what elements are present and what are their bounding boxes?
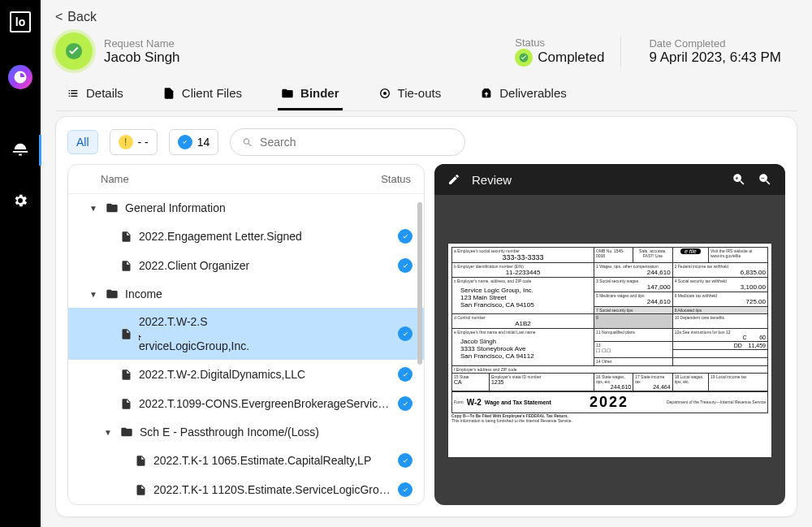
w2-employee-name: Jacob Singh: [460, 338, 585, 345]
tree-file[interactable]: 2022.T.K-1 1120S.Estimate.ServiceLogicGr…: [68, 475, 424, 504]
w2-ein: 11-2233445: [454, 269, 592, 276]
date-completed-label: Date Completed: [649, 37, 781, 50]
filter-all[interactable]: All: [67, 130, 98, 154]
tab-details[interactable]: Details: [63, 78, 127, 110]
review-label[interactable]: Review: [472, 173, 512, 187]
app-logo[interactable]: lo: [10, 11, 31, 32]
search-box[interactable]: [230, 128, 465, 156]
w2-employer-name: Service Logic Group, Inc.: [460, 287, 585, 294]
node-label: 2022.Engagement Letter.Signed: [139, 230, 391, 243]
tree-header: Name Status: [68, 165, 424, 194]
preview-panel: Review a Employee's social security numb…: [434, 164, 785, 505]
tab-binder[interactable]: Binder: [278, 78, 343, 110]
chevron-down-icon: ▼: [89, 204, 99, 213]
tree-file[interactable]: 2022.T.W-2.DigitalDynamics,LLC: [68, 360, 424, 389]
tab-bar: Details Client Files Binder Tie-outs Del…: [55, 78, 797, 111]
status-value: Completed: [538, 50, 604, 66]
svg-point-3: [383, 92, 387, 95]
scrollbar[interactable]: [417, 202, 422, 365]
zoom-out-icon[interactable]: [758, 172, 772, 187]
pencil-icon[interactable]: [447, 173, 460, 186]
node-label: Income: [125, 287, 412, 300]
tree-folder[interactable]: ▼General Information: [68, 194, 424, 222]
request-name-value: Jacob Singh: [104, 50, 471, 66]
tab-tie-outs[interactable]: Tie-outs: [375, 78, 445, 110]
status-done-icon: [398, 229, 412, 244]
filter-done[interactable]: 14: [169, 129, 219, 155]
status-done-icon: [398, 258, 412, 273]
tree-folder[interactable]: ▼Sch E - Passthrough Income/(Loss): [68, 418, 424, 446]
document-viewport[interactable]: a Employee's social security number 333-…: [434, 195, 785, 505]
node-label: General Information: [125, 201, 412, 214]
node-label: 2022.T.W-2.ServiceLogicGroup,Inc.: [139, 315, 391, 352]
content-card: All ! - - 14 Name Status: [55, 116, 797, 517]
status-done-icon: [398, 326, 412, 341]
tree-file[interactable]: 2022.T.K-1 1065.Estimate.CapitalRealty,L…: [68, 446, 424, 475]
node-label: 2022.T.K-1 1120S.Estimate.ServiceLogicGr…: [153, 483, 391, 496]
w2-box2: 6,835.00: [675, 269, 766, 276]
request-name-label: Request Name: [104, 37, 471, 50]
status-done-icon: [398, 396, 412, 411]
left-rail: lo: [0, 0, 41, 527]
w2-box6: 725.00: [675, 298, 766, 305]
check-icon: [178, 135, 192, 149]
tree-folder[interactable]: ▼Income: [68, 280, 424, 308]
status-badge-icon: [55, 32, 93, 70]
efile-logo: e file: [680, 248, 701, 254]
request-header: Request Name Jacob Singh Status Complete…: [55, 32, 797, 78]
status-done-icon: [398, 482, 412, 497]
w2-box4: 3,100.00: [675, 283, 766, 291]
filter-pending[interactable]: ! - -: [110, 129, 158, 155]
w2-ssn: 333-33-3333: [454, 253, 592, 261]
workspace-icon[interactable]: [8, 65, 32, 89]
column-status: Status: [381, 173, 411, 185]
filter-bar: All ! - - 14: [56, 117, 797, 164]
serve-icon[interactable]: [8, 138, 32, 162]
status-done-icon: [398, 453, 412, 468]
tree-body[interactable]: ▼General Information2022.Engagement Lett…: [68, 194, 424, 504]
search-input[interactable]: [260, 136, 453, 149]
w2-box5: 244,610: [596, 298, 671, 305]
status-label: Status: [515, 37, 604, 49]
status-done-icon: [398, 367, 412, 382]
chevron-down-icon: ▼: [104, 428, 114, 437]
node-label: 2022.T.W-2.DigitalDynamics,LLC: [139, 368, 391, 381]
node-label: 2022.Client Organizer: [139, 259, 391, 272]
back-label: Back: [67, 10, 97, 24]
gear-icon[interactable]: [8, 188, 32, 213]
preview-toolbar: Review: [434, 164, 785, 195]
chevron-left-icon: <: [55, 10, 63, 24]
tree-file[interactable]: 2022.T.1099-CONS.EvergreenBrokerageServi…: [68, 389, 424, 418]
tax-year: 2022: [590, 394, 628, 411]
tree-file[interactable]: 2022.T.W-2.ServiceLogicGroup,Inc.: [68, 308, 424, 360]
back-link[interactable]: < Back: [55, 10, 797, 24]
form-number: W-2: [467, 398, 482, 407]
zoom-in-icon[interactable]: [732, 172, 746, 187]
status-check-icon: [515, 49, 533, 67]
main-area: < Back Request Name Jacob Singh Status C…: [41, 0, 812, 527]
w2-form: a Employee's social security number 333-…: [447, 243, 772, 458]
tree-file[interactable]: 2022.Engagement Letter.Signed: [68, 222, 424, 251]
node-label: 2022.T.1099-CONS.EvergreenBrokerageServi…: [139, 397, 391, 410]
w2-box1: 244,610: [596, 269, 671, 276]
date-completed-value: 9 April 2023, 6:43 PM: [649, 50, 781, 66]
warning-icon: !: [119, 135, 133, 149]
file-tree-panel: Name Status ▼General Information2022.Eng…: [67, 164, 425, 505]
node-label: Sch E - Passthrough Income/(Loss): [140, 425, 412, 438]
w2-box3: 147,000: [596, 283, 671, 291]
column-name: Name: [81, 173, 381, 185]
tab-deliverables[interactable]: Deliverables: [477, 78, 570, 110]
chevron-down-icon: ▼: [89, 290, 99, 299]
tree-file[interactable]: 2022.Client Organizer: [68, 251, 424, 280]
tab-client-files[interactable]: Client Files: [159, 78, 245, 110]
node-label: 2022.T.K-1 1065.Estimate.CapitalRealty,L…: [153, 454, 391, 467]
w2-control: A1B2: [454, 320, 592, 327]
